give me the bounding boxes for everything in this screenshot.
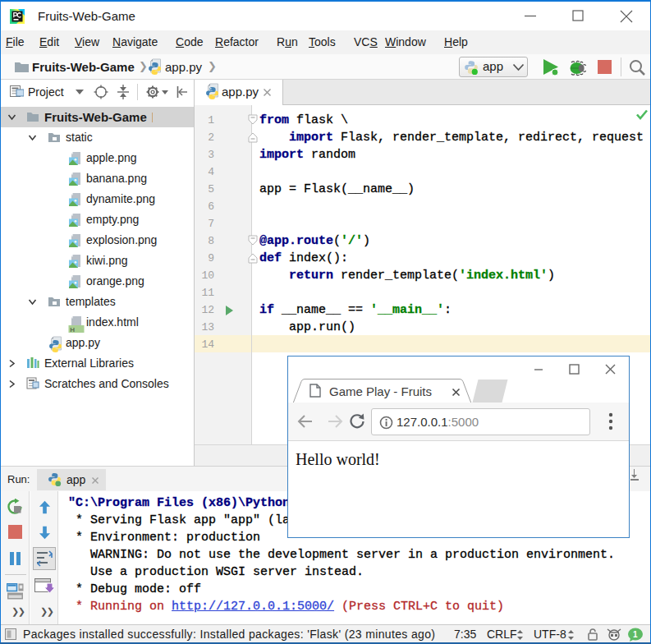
svg-text:H: H [70,326,75,334]
svg-text:1: 1 [633,630,638,639]
